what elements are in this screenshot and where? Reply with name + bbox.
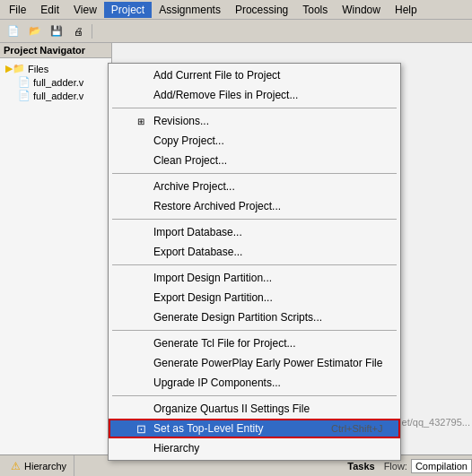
import-partition-label: Import Design Partition... bbox=[153, 272, 272, 284]
generate-partition-icon bbox=[134, 310, 148, 325]
new-button[interactable]: 📄 bbox=[4, 22, 23, 40]
menu-tools[interactable]: Tools bbox=[295, 2, 335, 18]
menu-hierarchy[interactable]: Hierarchy bbox=[109, 438, 400, 458]
clean-project-label: Clean Project... bbox=[153, 154, 227, 167]
add-remove-icon bbox=[134, 88, 148, 102]
menu-revisions[interactable]: ⊞ Revisions... bbox=[109, 111, 400, 131]
restore-label: Restore Archived Project... bbox=[153, 200, 281, 212]
flow-label: Flow: bbox=[384, 461, 407, 472]
add-current-label: Add Current File to Project bbox=[153, 69, 280, 82]
tree-file-1[interactable]: 📄 full_adder.v bbox=[16, 75, 108, 89]
export-db-label: Export Database... bbox=[153, 246, 242, 258]
menu-generate-tcl[interactable]: Generate Tcl File for Project... bbox=[109, 333, 400, 353]
print-button[interactable]: 🖨 bbox=[68, 22, 88, 40]
menu-help[interactable]: Help bbox=[388, 2, 424, 18]
menu-copy-project[interactable]: Copy Project... bbox=[109, 131, 400, 151]
menu-view[interactable]: View bbox=[66, 2, 104, 18]
menu-assignments[interactable]: Assignments bbox=[152, 2, 228, 18]
export-db-icon bbox=[134, 245, 148, 259]
hierarchy-label: Hierarchy bbox=[153, 442, 199, 454]
menu-import-partition[interactable]: Import Design Partition... bbox=[109, 268, 400, 288]
sep-6 bbox=[112, 395, 397, 396]
warning-icon: ⚠ bbox=[11, 460, 21, 472]
revisions-label: Revisions... bbox=[153, 115, 209, 127]
project-navigator-header: Project Navigator bbox=[0, 43, 111, 58]
separator-1 bbox=[92, 24, 92, 39]
tree-file-2[interactable]: 📄 full_adder.v bbox=[16, 89, 108, 102]
menu-clean-project[interactable]: Clean Project... bbox=[109, 151, 400, 170]
sep-1 bbox=[112, 108, 397, 108]
menu-generate-powerplay[interactable]: Generate PowerPlay Early Power Estimator… bbox=[109, 353, 400, 373]
restore-icon bbox=[134, 199, 148, 213]
archive-icon bbox=[134, 179, 148, 194]
menu-import-db[interactable]: Import Database... bbox=[109, 222, 400, 242]
verilog-file-icon-2: 📄 bbox=[18, 90, 31, 101]
project-navigator: ▶📁 Files 📄 full_adder.v 📄 full_adder.v bbox=[0, 58, 111, 106]
import-db-label: Import Database... bbox=[153, 226, 242, 238]
upgrade-ip-icon bbox=[134, 376, 148, 390]
files-label: Files bbox=[28, 64, 48, 74]
organize-settings-label: Organize Quartus II Settings File bbox=[153, 402, 310, 415]
set-top-level-shortcut: Ctrl+Shift+J bbox=[331, 423, 382, 434]
sep-4 bbox=[112, 264, 397, 265]
open-button[interactable]: 📂 bbox=[25, 22, 45, 40]
menu-add-remove[interactable]: Add/Remove Files in Project... bbox=[109, 85, 400, 105]
clean-icon bbox=[134, 153, 148, 168]
copy-icon bbox=[134, 134, 148, 148]
set-top-level-label: Set as Top-Level Entity bbox=[153, 422, 264, 435]
main-area: Project Navigator ▶📁 Files 📄 full_adder.… bbox=[0, 43, 472, 454]
copy-project-label: Copy Project... bbox=[153, 134, 224, 147]
file-name-1: full_adder.v bbox=[33, 77, 83, 88]
archive-label: Archive Project... bbox=[153, 180, 235, 193]
tasks-label: Tasks bbox=[347, 461, 374, 472]
export-partition-label: Export Design Partition... bbox=[153, 291, 273, 304]
sep-2 bbox=[112, 173, 397, 174]
import-db-icon bbox=[134, 225, 148, 239]
hierarchy-tab-label: Hierarchy bbox=[24, 461, 66, 472]
menu-processing[interactable]: Processing bbox=[228, 2, 295, 18]
hierarchy-tab[interactable]: ⚠ Hierarchy bbox=[4, 455, 74, 476]
menu-add-current[interactable]: Add Current File to Project bbox=[109, 65, 400, 85]
folder-icon: ▶📁 bbox=[5, 63, 25, 74]
menu-archive[interactable]: Archive Project... bbox=[109, 177, 400, 196]
generate-tcl-icon bbox=[134, 336, 148, 351]
generate-tcl-label: Generate Tcl File for Project... bbox=[153, 337, 296, 350]
organize-settings-icon bbox=[134, 402, 148, 416]
menu-project[interactable]: Project bbox=[104, 2, 152, 18]
menu-generate-partition-scripts[interactable]: Generate Design Partition Scripts... bbox=[109, 307, 400, 327]
import-partition-icon bbox=[134, 271, 148, 285]
menu-upgrade-ip[interactable]: Upgrade IP Components... bbox=[109, 373, 400, 393]
export-partition-icon bbox=[134, 290, 148, 305]
generate-partition-scripts-label: Generate Design Partition Scripts... bbox=[153, 311, 322, 324]
set-top-level-icon: ⊡ bbox=[134, 421, 148, 436]
menu-export-db[interactable]: Export Database... bbox=[109, 242, 400, 262]
menu-export-partition[interactable]: Export Design Partition... bbox=[109, 288, 400, 307]
generate-powerplay-icon bbox=[134, 356, 148, 370]
left-panel: Project Navigator ▶📁 Files 📄 full_adder.… bbox=[0, 43, 112, 454]
file-name-2: full_adder.v bbox=[33, 91, 83, 101]
sep-3 bbox=[112, 219, 397, 220]
add-current-icon bbox=[134, 68, 148, 82]
verilog-file-icon-1: 📄 bbox=[18, 76, 31, 88]
menu-edit[interactable]: Edit bbox=[33, 2, 66, 18]
project-dropdown-menu[interactable]: Add Current File to Project Add/Remove F… bbox=[108, 63, 401, 461]
menu-window[interactable]: Window bbox=[335, 2, 388, 18]
hierarchy-icon bbox=[134, 441, 148, 455]
tree-indent: 📄 full_adder.v 📄 full_adder.v bbox=[4, 75, 108, 102]
add-remove-label: Add/Remove Files in Project... bbox=[153, 89, 298, 101]
menu-restore[interactable]: Restore Archived Project... bbox=[109, 196, 400, 216]
sep-5 bbox=[112, 330, 397, 331]
menu-file[interactable]: File bbox=[2, 2, 33, 18]
upgrade-ip-label: Upgrade IP Components... bbox=[153, 376, 281, 389]
save-button[interactable]: 💾 bbox=[47, 22, 66, 40]
menubar: File Edit View Project Assignments Proce… bbox=[0, 0, 472, 20]
tree-files-root[interactable]: ▶📁 Files bbox=[4, 62, 108, 75]
toolbar: 📄 📂 💾 🖨 bbox=[0, 20, 472, 43]
menu-organize-settings[interactable]: Organize Quartus II Settings File bbox=[109, 399, 400, 419]
revisions-icon: ⊞ bbox=[134, 114, 148, 128]
flow-value: Compilation bbox=[411, 459, 472, 473]
menu-set-top-level[interactable]: ⊡ Set as Top-Level Entity Ctrl+Shift+J bbox=[109, 419, 400, 438]
generate-powerplay-label: Generate PowerPlay Early Power Estimator… bbox=[153, 357, 382, 369]
